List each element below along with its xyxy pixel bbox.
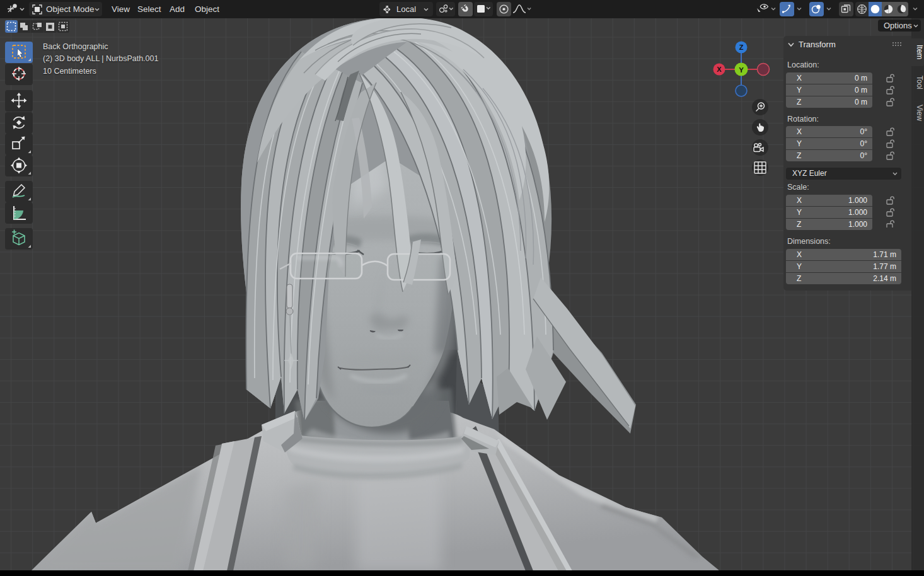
svg-text:X: X bbox=[717, 66, 722, 73]
svg-text:Z: Z bbox=[739, 43, 744, 51]
svg-text:Y: Y bbox=[739, 66, 744, 74]
